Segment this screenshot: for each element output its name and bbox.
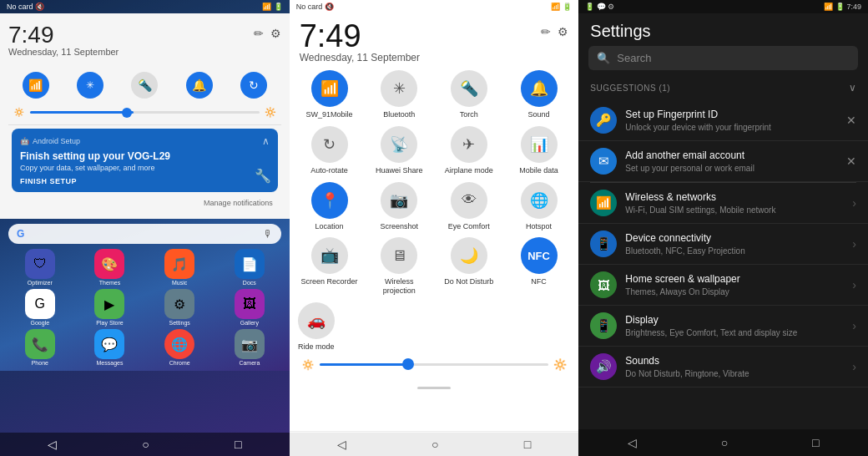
ridemode-tile[interactable]: 🚗 Ride mode: [298, 302, 335, 352]
panel1-home-area: G 🎙 🛡 Optimizer 🎨 Themes 🎵 Music: [0, 219, 290, 371]
list-item[interactable]: 📄 Docs: [216, 249, 283, 286]
list-item[interactable]: ▶ Play Store: [77, 289, 144, 326]
settings-homescreen[interactable]: 🖼 Home screen & wallpaper Themes, Always…: [578, 265, 868, 306]
p3-home-button[interactable]: ○: [721, 436, 728, 449]
status-right: 📶🔋: [262, 3, 283, 11]
list-item[interactable]: 🖼 Gallery: [216, 289, 283, 326]
settings-display[interactable]: 📱 Display Brightness, Eye Comfort, Text …: [578, 306, 868, 347]
back-button[interactable]: ◁: [48, 438, 57, 451]
email-close-icon[interactable]: ✕: [846, 155, 856, 168]
phone-icon: 📞: [25, 329, 55, 359]
mobiledata-tile[interactable]: 📊 Mobile data: [507, 126, 571, 175]
app-label: Chrome: [146, 360, 213, 366]
list-item[interactable]: 💬 Messages: [77, 329, 144, 366]
p2-home-button[interactable]: ○: [431, 438, 438, 451]
search-input[interactable]: Search: [617, 52, 651, 64]
setup-close-icon[interactable]: ∧: [262, 135, 270, 147]
settings-device-connectivity[interactable]: 📱 Device connectivity Bluetooth, NFC, Ea…: [578, 224, 868, 265]
wireless-icon: 📶: [590, 190, 617, 216]
p2-back-button[interactable]: ◁: [337, 438, 346, 451]
settings-icon[interactable]: ⚙: [270, 27, 281, 40]
suggestions-chevron-icon[interactable]: ∨: [849, 82, 856, 94]
brightness-slider[interactable]: 🔅 🔆: [8, 104, 281, 121]
list-item[interactable]: ⚙ Settings: [146, 289, 213, 326]
p3-back-button[interactable]: ◁: [628, 436, 637, 449]
mobiledata-label: Mobile data: [519, 166, 558, 175]
app-label: Music: [146, 280, 213, 286]
torch-toggle[interactable]: 🔦: [131, 72, 158, 99]
brightness-low-icon: 🔅: [13, 107, 25, 118]
panel2-tiles-area: 📶 SW_91Mobile ✳ Bluetooth 🔦 Torch 🔔 Soun…: [290, 67, 579, 431]
list-item[interactable]: 🛡 Optimizer: [7, 249, 73, 286]
p2-brightness-thumb[interactable]: [402, 358, 414, 370]
torch-tile-icon: 🔦: [451, 70, 487, 107]
hotspot-tile[interactable]: 🌐 Hotspot: [507, 182, 571, 231]
p2-edit-icon[interactable]: ✏: [541, 25, 551, 38]
list-item[interactable]: 🎵 Music: [146, 249, 213, 286]
settings-wireless[interactable]: 📶 Wireless & networks Wi-Fi, Dual SIM se…: [578, 183, 868, 224]
list-item[interactable]: 📷 Camera: [216, 329, 283, 366]
camera-icon: 📷: [235, 329, 265, 359]
homescreen-text: Home screen & wallpaper Themes, Always O…: [625, 273, 847, 297]
home-app-grid-2: 📞 Phone 💬 Messages 🌐 Chrome 📷 Camera: [5, 329, 285, 366]
fingerprint-desc: Unlock your device with your fingerprint: [625, 122, 841, 133]
sounds-title: Sounds: [625, 355, 847, 367]
suggestions-label: SUGGESTIONS (1): [590, 84, 670, 93]
screenrecorder-tile[interactable]: 📺 Screen Recorder: [298, 237, 361, 296]
list-item[interactable]: 🌐 Chrome: [146, 329, 213, 366]
panel1-time: 7:49: [8, 23, 119, 47]
app-label: Settings: [146, 320, 213, 326]
finish-setup-button[interactable]: FINISH SETUP: [20, 177, 270, 185]
recents-button[interactable]: □: [235, 438, 241, 451]
hotspot-icon: 🌐: [521, 182, 558, 219]
wifi-tile[interactable]: 📶 SW_91Mobile: [298, 70, 361, 119]
panel1-background: No card 🔇 📶🔋 7:49 Wednesday, 11 Septembe…: [0, 0, 290, 456]
email-icon: ✉: [590, 148, 617, 175]
android-setup-card[interactable]: 🤖 Android Setup ∧ Finish setting up your…: [12, 129, 278, 192]
panel2-status-bar: No card 🔇 📶🔋: [290, 0, 579, 13]
huaweishare-tile[interactable]: 📡 Huawei Share: [367, 126, 431, 175]
microphone-icon[interactable]: 🎙: [263, 228, 273, 240]
sound-toggle[interactable]: 🔔: [186, 72, 213, 99]
p2-recents-button[interactable]: □: [524, 438, 531, 451]
settings-sounds[interactable]: 🔊 Sounds Do Not Disturb, Ringtone, Vibra…: [578, 347, 868, 388]
list-item[interactable]: G Google: [7, 289, 73, 326]
eyecomfort-tile[interactable]: 👁 Eye Comfort: [437, 182, 501, 231]
p2-brightness-track[interactable]: [320, 363, 549, 366]
brightness-thumb[interactable]: [122, 108, 132, 118]
suggestion-email[interactable]: ✉ Add another email account Set up your …: [578, 141, 868, 182]
google-search-bar[interactable]: G 🎙: [8, 224, 281, 244]
rotate-toggle[interactable]: ↻: [240, 72, 267, 99]
home-button[interactable]: ○: [142, 438, 149, 451]
app-label: Google: [7, 320, 73, 326]
edit-icon[interactable]: ✏: [254, 27, 264, 40]
fingerprint-close-icon[interactable]: ✕: [846, 114, 856, 127]
display-arrow-icon: ›: [852, 319, 856, 332]
brightness-track[interactable]: [30, 111, 260, 114]
p3-recents-button[interactable]: □: [812, 436, 819, 449]
gallery-icon: 🖼: [235, 289, 265, 319]
p2-status-right: 📶🔋: [551, 3, 572, 11]
torch-tile[interactable]: 🔦 Torch: [437, 70, 501, 119]
screenshot-tile[interactable]: 📷 Screenshot: [367, 182, 431, 231]
brightness-fill: [30, 111, 134, 114]
nfc-tile[interactable]: NFC NFC: [507, 237, 571, 296]
manage-notifications[interactable]: Manage notifications: [8, 195, 281, 210]
list-item[interactable]: 📞 Phone: [7, 329, 73, 366]
settings-search-bar[interactable]: 🔍 Search: [588, 46, 858, 70]
airplane-tile[interactable]: ✈ Airplane mode: [437, 126, 501, 175]
autorotate-tile[interactable]: ↻ Auto-rotate: [298, 126, 361, 175]
sound-tile[interactable]: 🔔 Sound: [507, 70, 571, 119]
location-tile[interactable]: 📍 Location: [298, 182, 361, 231]
dnd-tile[interactable]: 🌙 Do Not Disturb: [437, 237, 501, 296]
bluetooth-toggle[interactable]: ✳: [77, 72, 103, 99]
suggestion-fingerprint[interactable]: 🔑 Set up Fingerprint ID Unlock your devi…: [578, 100, 868, 141]
suggestions-header[interactable]: SUGGESTIONS (1) ∨: [578, 79, 868, 97]
p2-brightness-slider[interactable]: 🔅 🔆: [298, 355, 571, 374]
wirelessprojection-tile[interactable]: 🖥 Wireless projection: [367, 237, 431, 296]
scroll-indicator: [417, 387, 451, 389]
wifi-toggle[interactable]: 📶: [23, 72, 49, 99]
p2-settings-icon[interactable]: ⚙: [558, 25, 568, 38]
bluetooth-tile[interactable]: ✳ Bluetooth: [367, 70, 431, 119]
list-item[interactable]: 🎨 Themes: [77, 249, 144, 286]
